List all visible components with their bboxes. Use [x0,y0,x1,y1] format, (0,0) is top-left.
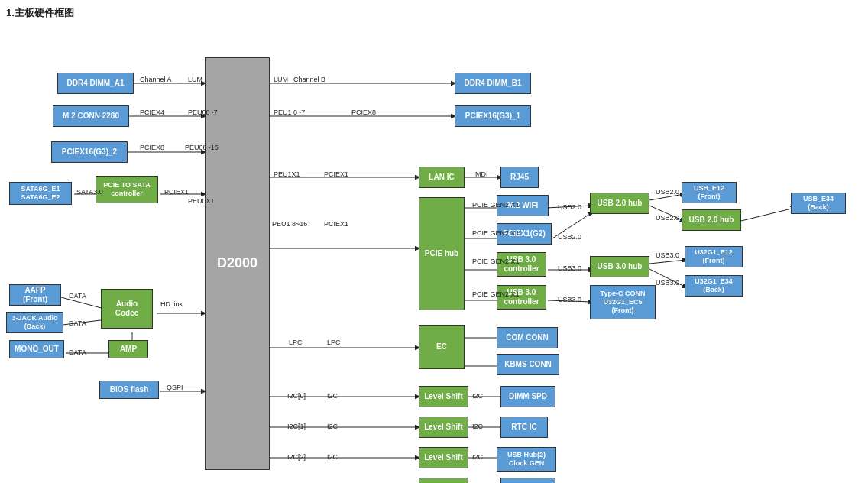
usb-hub1: USB Hub(1) [500,478,555,483]
label-i2c2: I2C[2] [287,453,306,461]
label-pcie-gen2-2: PCIE GEN2 X1 [472,229,520,237]
amp: AMP [108,340,148,358]
m2-conn: M.2 CONN 2280 [53,105,129,127]
pcie-hub: PCIE hub [419,197,465,310]
label-usb20-4: USB2.0 [656,214,679,222]
dimm-spd: DIMM SPD [500,386,555,407]
label-usb30-4: USB3.0 [558,296,581,303]
label-hdlink: HD link [160,300,183,308]
label-i2c-right-1: I2C [472,392,483,400]
label-peu0x1: PEU0X1 [188,197,215,205]
label-mdi: MDI [475,170,488,178]
label-usb20-1: USB2.0 [558,203,581,211]
label-i2c-right-2: I2C [472,423,483,430]
bios-flash: BIOS flash [99,381,159,399]
label-lpc-right: LPC [327,339,341,346]
pcie-to-sata: PCIE TO SATAcontroller [96,176,158,203]
label-channel-a: Channel A [140,76,172,83]
mono-out: MONO_OUT [9,340,64,358]
com-conn: COM CONN [497,327,558,348]
label-lpc-left: LPC [289,339,303,346]
rj45: RJ45 [500,167,539,188]
ddr4-dimm-a1: DDR4 DIMM_A1 [57,73,134,94]
ddr4-dimm-b1: DDR4 DIMM_B1 [455,73,531,94]
ec: EC [419,325,465,369]
level-shift-4: Level Shift [419,478,468,483]
jack3-audio: 3-JACK Audio(Back) [6,312,63,333]
label-data-3: DATA [69,348,86,356]
sata6g: SATA6G_E1SATA6G_E2 [9,182,72,205]
label-pcie-gen2-1: PCIE GEN2 X1 [472,201,520,209]
label-i2c-left-2: I2C [327,423,338,430]
svg-line-20 [741,208,795,221]
pciex16-g3-2: PCIEX16(G3)_2 [51,141,128,163]
usb20-hub-main: USB 2.0 hub [590,193,649,214]
typec-conn: Type-C CONNU32G1_EC5(Front) [590,285,656,319]
level-shift-3: Level Shift [419,447,468,468]
label-i2c0: I2C[0] [287,392,306,400]
usb-e12-front: USB_E12(Front) [682,182,737,203]
label-pciex8: PCIEX8 [140,144,164,151]
label-pciex1-sata: PCIEX1 [164,188,189,196]
u32g1-e34-back: U32G1_E34(Back) [685,275,743,297]
label-sata30: SATA3.0 [76,188,103,196]
label-usb20-3: USB2.0 [656,188,679,196]
label-channel-b: Channel B [293,76,326,83]
label-peu0816: PEU08~16 [185,144,219,151]
kbms-conn: KBMS CONN [497,354,559,375]
u32g1-e12-front: U32G1_E12(Front) [685,246,743,267]
usb-hub2-clock-gen: USB Hub(2)Clock GEN [497,447,556,472]
label-peu007: PEU00~7 [188,109,218,116]
label-pciex1-pcie: PCIEX1 [324,220,348,228]
label-peu1x1: PEU1X1 [274,170,300,178]
label-pciex1-lan: PCIEX1 [324,170,348,178]
label-peu107: PEU1 0~7 [274,109,305,116]
aafp: AAFP(Front) [9,284,61,306]
svg-line-22 [649,260,686,264]
label-pciex4: PCIEX4 [140,109,164,116]
lan-ic: LAN IC [419,167,465,188]
label-i2c-right-3: I2C [472,453,483,461]
d2000-chip: D2000 [205,57,270,470]
label-usb30-3: USB3.0 [656,279,679,287]
label-i2c1: I2C[1] [287,423,306,430]
label-lum-left: LUM [188,76,202,83]
label-usb20-2: USB2.0 [558,233,581,241]
label-data-1: DATA [69,292,86,300]
label-usb30-2: USB3.0 [656,251,679,259]
level-shift-2: Level Shift [419,417,468,438]
label-data-2: DATA [69,319,86,327]
diagram-container: DDR4 DIMM_A1 DDR4 DIMM_B1 M.2 CONN 2280 … [0,23,868,481]
audio-codec: AudioCodec [101,289,153,329]
label-i2c-left-1: I2C [327,392,338,400]
label-i2c-left-3: I2C [327,453,338,461]
label-peu1816: PEU1 8~16 [272,220,307,228]
label-lum-right: LUM [274,76,288,83]
label-qspi: QSPI [167,384,183,391]
label-pcie-gen2-3: PCIE GEN2 X1 [472,258,520,265]
label-usb30-1: USB3.0 [558,264,581,272]
usb-e34-back: USB_E34(Back) [791,193,846,214]
level-shift-1: Level Shift [419,386,468,407]
label-pcie-gen2-4: PCIE GEN2 X1 [472,290,520,298]
page-title: 1.主板硬件框图 [6,6,74,20]
label-pciex8-right: PCIEX8 [351,109,376,116]
usb30-hub: USB 3.0 hub [590,256,649,277]
pciex16-g3-1: PCIEX16(G3)_1 [455,105,531,127]
rtc-ic: RTC IC [500,417,548,438]
usb20-hub-2: USB 2.0 hub [682,209,741,231]
